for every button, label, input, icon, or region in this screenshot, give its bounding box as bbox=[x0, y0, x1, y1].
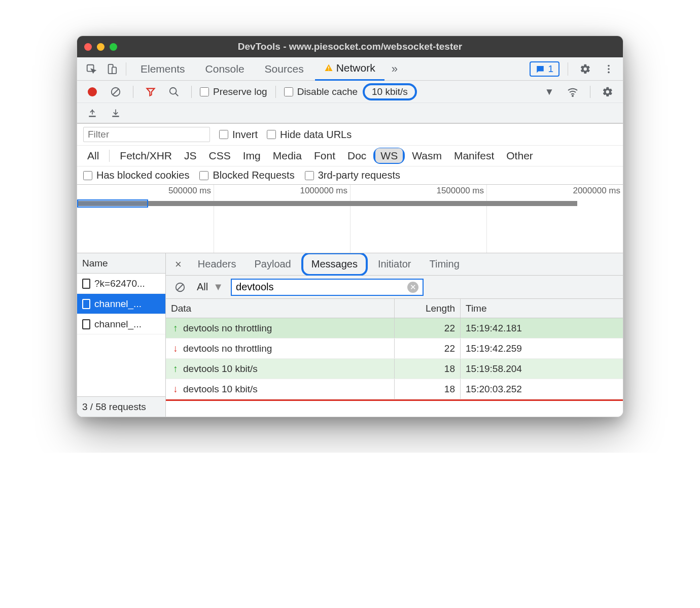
divider bbox=[126, 62, 126, 76]
devtools-window: DevTools - www.piesocket.com/websocket-t… bbox=[77, 36, 623, 417]
request-row[interactable]: channel_... bbox=[77, 294, 165, 314]
throttling-chevron-down-icon[interactable]: ▼ bbox=[540, 83, 558, 101]
type-filter-row: All Fetch/XHR JS CSS Img Media Font Doc … bbox=[77, 146, 623, 166]
tab-elements[interactable]: Elements bbox=[131, 57, 194, 81]
invert-checkbox[interactable]: Invert bbox=[219, 129, 258, 141]
detail-tab-initiator[interactable]: Initiator bbox=[370, 254, 419, 274]
traffic-lights bbox=[84, 43, 117, 51]
messages-search[interactable]: ✕ bbox=[231, 279, 424, 296]
type-doc[interactable]: Doc bbox=[342, 148, 371, 163]
message-row[interactable]: ↑devtools no throttling 22 15:19:42.181 bbox=[166, 318, 623, 339]
network-settings-gear-icon[interactable] bbox=[599, 83, 617, 101]
type-font[interactable]: Font bbox=[309, 148, 340, 163]
more-tabs-chevron-icon[interactable]: » bbox=[387, 62, 403, 76]
type-wasm[interactable]: Wasm bbox=[407, 148, 447, 163]
issue-icon bbox=[536, 64, 545, 74]
messages-type-dropdown[interactable]: All▼ bbox=[194, 280, 226, 294]
throttling-selector[interactable]: 10 kbit/s bbox=[363, 83, 417, 100]
divider bbox=[568, 62, 568, 76]
clear-messages-icon[interactable] bbox=[171, 278, 189, 296]
detail-tab-headers[interactable]: Headers bbox=[190, 254, 244, 274]
detail-tab-payload[interactable]: Payload bbox=[246, 254, 299, 274]
svg-rect-3 bbox=[328, 66, 329, 69]
svg-rect-12 bbox=[112, 116, 119, 117]
tab-console[interactable]: Console bbox=[196, 57, 254, 81]
timeline-overview[interactable]: 500000 ms 1000000 ms 1500000 ms 2000000 … bbox=[77, 185, 623, 253]
has-blocked-cookies-checkbox[interactable]: Has blocked cookies bbox=[83, 170, 189, 181]
detail-tab-timing[interactable]: Timing bbox=[422, 254, 468, 274]
request-row[interactable]: channel_... bbox=[77, 314, 165, 334]
extra-filter-row: Has blocked cookies Blocked Requests 3rd… bbox=[77, 166, 623, 185]
clear-button[interactable] bbox=[107, 83, 125, 101]
import-har-icon[interactable] bbox=[107, 104, 125, 122]
overview-selection[interactable] bbox=[77, 199, 148, 208]
inspect-element-icon[interactable] bbox=[82, 60, 100, 78]
search-icon[interactable] bbox=[165, 83, 183, 101]
svg-point-10 bbox=[572, 95, 573, 96]
file-icon bbox=[82, 299, 90, 309]
preserve-log-checkbox[interactable]: Preserve log bbox=[200, 86, 267, 97]
divider bbox=[109, 150, 110, 162]
har-toolbar bbox=[77, 103, 623, 123]
issues-badge[interactable]: 1 bbox=[530, 61, 559, 77]
message-row[interactable]: ↑devtools 10 kbit/s 18 15:19:58.204 bbox=[166, 359, 623, 379]
type-ws[interactable]: WS bbox=[375, 148, 403, 163]
arrow-down-icon: ↓ bbox=[171, 343, 180, 354]
hide-data-urls-checkbox[interactable]: Hide data URLs bbox=[267, 129, 352, 141]
message-row[interactable]: ↓devtools no throttling 22 15:19:42.259 bbox=[166, 339, 623, 359]
blocked-requests-checkbox[interactable]: Blocked Requests bbox=[199, 170, 294, 181]
type-js[interactable]: JS bbox=[179, 148, 202, 163]
detail-tabbar: × Headers Payload Messages Initiator Tim… bbox=[166, 253, 623, 276]
type-manifest[interactable]: Manifest bbox=[449, 148, 499, 163]
messages-highlight: Messages bbox=[301, 252, 368, 276]
chevron-down-icon: ▼ bbox=[213, 281, 223, 293]
timeline-tick: 1000000 ms bbox=[300, 186, 347, 196]
clear-search-icon[interactable]: ✕ bbox=[407, 282, 418, 293]
svg-rect-11 bbox=[89, 116, 95, 117]
minimize-window-button[interactable] bbox=[97, 43, 104, 51]
kebab-menu-icon[interactable] bbox=[600, 60, 618, 78]
filter-input[interactable] bbox=[83, 127, 210, 142]
type-img[interactable]: Img bbox=[238, 148, 266, 163]
type-fetchxhr[interactable]: Fetch/XHR bbox=[115, 148, 177, 163]
type-css[interactable]: CSS bbox=[204, 148, 236, 163]
divider bbox=[275, 86, 276, 98]
type-all[interactable]: All bbox=[82, 148, 104, 163]
messages-header-row: Data Length Time bbox=[166, 299, 623, 318]
settings-gear-icon[interactable] bbox=[576, 60, 594, 78]
network-conditions-icon[interactable] bbox=[564, 83, 582, 101]
timeline-tick: 2000000 ms bbox=[573, 186, 620, 196]
messages-search-input[interactable] bbox=[236, 281, 403, 293]
export-har-icon[interactable] bbox=[83, 104, 101, 122]
tab-network[interactable]: Network bbox=[315, 57, 384, 81]
svg-rect-4 bbox=[328, 70, 329, 71]
maximize-window-button[interactable] bbox=[110, 43, 117, 51]
type-media[interactable]: Media bbox=[268, 148, 307, 163]
type-other[interactable]: Other bbox=[501, 148, 538, 163]
divider bbox=[590, 86, 590, 98]
close-window-button[interactable] bbox=[84, 43, 92, 51]
messages-toolbar: All▼ ✕ bbox=[166, 276, 623, 299]
col-time[interactable]: Time bbox=[461, 299, 623, 318]
arrow-up-icon: ↑ bbox=[171, 323, 180, 334]
tab-sources[interactable]: Sources bbox=[256, 57, 313, 81]
device-toolbar-icon[interactable] bbox=[102, 60, 121, 78]
col-length[interactable]: Length bbox=[395, 299, 461, 318]
third-party-checkbox[interactable]: 3rd-party requests bbox=[305, 170, 400, 181]
overview-activity-bar bbox=[77, 201, 577, 206]
name-column-header[interactable]: Name bbox=[77, 253, 165, 274]
filter-row: Invert Hide data URLs bbox=[77, 123, 623, 146]
col-data[interactable]: Data bbox=[166, 299, 395, 318]
message-row[interactable]: ↓devtools 10 kbit/s 18 15:20:03.252 bbox=[166, 379, 623, 399]
close-detail-icon[interactable]: × bbox=[169, 258, 188, 271]
svg-rect-2 bbox=[112, 67, 116, 74]
disable-cache-checkbox[interactable]: Disable cache bbox=[284, 86, 358, 97]
detail-pane: × Headers Payload Messages Initiator Tim… bbox=[166, 253, 623, 417]
svg-point-5 bbox=[608, 64, 610, 66]
arrow-up-icon: ↑ bbox=[171, 363, 180, 375]
filter-funnel-icon[interactable] bbox=[142, 83, 160, 101]
detail-tab-messages[interactable]: Messages bbox=[303, 254, 366, 274]
request-row[interactable]: ?k=62470... bbox=[77, 274, 165, 294]
record-button[interactable] bbox=[83, 83, 101, 101]
divider bbox=[191, 86, 192, 98]
